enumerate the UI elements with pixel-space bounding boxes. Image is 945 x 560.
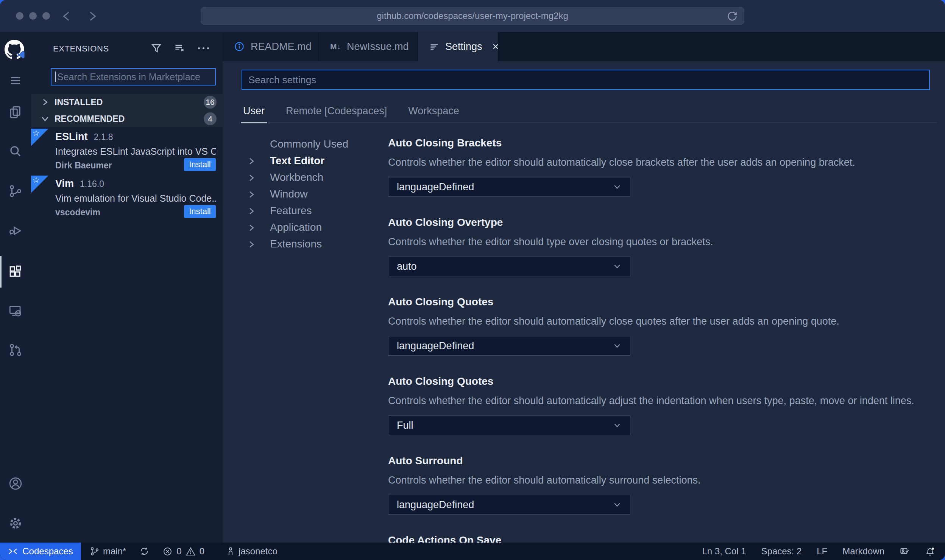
- extension-name: Vim1.16.0: [55, 178, 104, 190]
- close-icon[interactable]: [491, 42, 501, 51]
- dropdown-value: languageDefined: [397, 499, 474, 511]
- activity-bar: [0, 32, 31, 543]
- setting-dropdown[interactable]: auto: [388, 257, 630, 276]
- chevron-down-icon: [613, 421, 622, 430]
- tree-item-features[interactable]: Features: [223, 202, 385, 219]
- settings-tree: Commonly Used Text Editor Workbench Wind…: [223, 136, 385, 252]
- settings-gear-icon[interactable]: [7, 515, 24, 532]
- vscode-logo: [15, 50, 27, 61]
- explorer-icon[interactable]: [7, 104, 24, 120]
- remote-explorer-icon[interactable]: [7, 303, 24, 319]
- extensions-icon[interactable]: [7, 263, 24, 280]
- tree-item-extensions[interactable]: Extensions: [223, 236, 385, 252]
- user-status[interactable]: jasonetco: [226, 546, 278, 557]
- search-icon[interactable]: [7, 143, 24, 160]
- extension-list-item[interactable]: ☆ ESLint2.1.8 Integrates ESLint JavaScri…: [31, 129, 223, 176]
- reload-icon[interactable]: [727, 11, 738, 22]
- forward-icon[interactable]: [86, 10, 98, 23]
- language-mode[interactable]: Markdown: [842, 546, 884, 557]
- source-control-icon[interactable]: [7, 183, 24, 199]
- back-icon[interactable]: [61, 10, 73, 23]
- chevron-right-icon: [246, 156, 256, 166]
- tab-newissue[interactable]: M↓ NewIssue.md: [319, 32, 418, 61]
- account-icon[interactable]: [7, 475, 24, 492]
- setting-description: Controls whether the editor should autom…: [388, 156, 930, 169]
- branch-icon: [89, 546, 100, 557]
- star-icon: ☆: [33, 129, 40, 138]
- problems-status[interactable]: 0 0: [162, 546, 204, 557]
- chevron-down-icon: [613, 341, 622, 350]
- indentation[interactable]: Spaces: 2: [761, 546, 802, 557]
- window-close-button[interactable]: [16, 12, 23, 20]
- scope-tab-workspace[interactable]: Workspace: [407, 100, 461, 122]
- extension-version: 1.16.0: [80, 179, 104, 189]
- settings-scope-tabs: User Remote [Codespaces] Workspace: [242, 100, 937, 123]
- url-text: github.com/codespaces/user-my-project-mg…: [377, 11, 568, 21]
- chevron-right-icon: [246, 206, 256, 216]
- setting-entry: Code Actions On Save: [388, 534, 930, 543]
- warning-count: 0: [200, 546, 204, 557]
- feedback-icon[interactable]: [900, 546, 910, 557]
- extension-list-item[interactable]: ☆ Vim1.16.0 Vim emulation for Visual Stu…: [31, 176, 223, 222]
- window-maximize-button[interactable]: [42, 12, 50, 20]
- setting-dropdown[interactable]: languageDefined: [388, 177, 630, 197]
- tree-item-window[interactable]: Window: [223, 186, 385, 202]
- extensions-search-box[interactable]: [51, 68, 216, 86]
- scope-tab-remote[interactable]: Remote [Codespaces]: [284, 100, 388, 122]
- filter-icon[interactable]: [150, 42, 163, 54]
- count-badge: 16: [204, 96, 217, 109]
- chevron-right-icon: [246, 240, 256, 249]
- tab-label: README.md: [251, 41, 312, 53]
- scope-tab-user[interactable]: User: [242, 100, 266, 122]
- tab-readme[interactable]: README.md: [223, 32, 319, 61]
- notifications-bell-icon[interactable]: [925, 546, 935, 557]
- chevron-down-icon: [613, 500, 622, 509]
- section-installed[interactable]: INSTALLED 16: [31, 94, 223, 110]
- remote-indicator[interactable]: Codespaces: [0, 543, 81, 560]
- pull-requests-icon[interactable]: [7, 342, 24, 358]
- settings-search-box[interactable]: [242, 70, 930, 90]
- dropdown-value: auto: [397, 261, 417, 272]
- branch-status[interactable]: main*: [89, 546, 126, 557]
- extension-author: vscodevim: [55, 207, 100, 218]
- sync-button[interactable]: [139, 546, 150, 557]
- chevron-right-icon: [40, 97, 50, 107]
- editor-group: README.md M↓ NewIssue.md Settings User: [223, 32, 945, 543]
- section-recommended[interactable]: RECOMMENDED 4: [31, 110, 223, 127]
- tree-item-commonly-used[interactable]: Commonly Used: [223, 136, 385, 152]
- cursor-position[interactable]: Ln 3, Col 1: [702, 546, 746, 557]
- setting-title: Auto Surround: [388, 454, 930, 468]
- setting-dropdown[interactable]: languageDefined: [388, 336, 630, 356]
- setting-dropdown[interactable]: Full: [388, 415, 630, 435]
- setting-title: Code Actions On Save: [388, 534, 930, 543]
- clear-extensions-icon[interactable]: [173, 42, 186, 54]
- setting-title: Auto Closing Brackets: [388, 136, 930, 150]
- setting-dropdown[interactable]: languageDefined: [388, 495, 630, 515]
- tab-label: NewIssue.md: [347, 41, 409, 53]
- dropdown-value: languageDefined: [397, 181, 474, 193]
- section-label: INSTALLED: [55, 94, 103, 110]
- tree-item-text-editor[interactable]: Text Editor: [223, 152, 385, 169]
- menu-icon[interactable]: [7, 72, 24, 89]
- setting-title: Auto Closing Quotes: [388, 295, 930, 309]
- dropdown-value: Full: [397, 420, 413, 431]
- more-actions-icon[interactable]: [197, 42, 210, 54]
- sync-icon: [139, 546, 150, 557]
- status-bar: Codespaces main* 0 0 jasonetco Ln 3, Col…: [0, 543, 945, 560]
- settings-search-input[interactable]: [242, 70, 929, 89]
- tree-item-application[interactable]: Application: [223, 219, 385, 236]
- settings-list-icon: [429, 42, 439, 51]
- tab-label: Settings: [445, 41, 482, 53]
- eol-sequence[interactable]: LF: [817, 546, 827, 557]
- extensions-search-input[interactable]: [56, 69, 215, 85]
- address-bar[interactable]: github.com/codespaces/user-my-project-mg…: [201, 7, 744, 25]
- chevron-right-icon: [246, 190, 256, 199]
- install-button[interactable]: Install: [184, 158, 216, 171]
- tab-settings[interactable]: Settings: [418, 32, 498, 61]
- tree-item-workbench[interactable]: Workbench: [223, 169, 385, 186]
- window-minimize-button[interactable]: [29, 12, 37, 20]
- install-button[interactable]: Install: [184, 205, 216, 218]
- chevron-down-icon: [613, 262, 622, 271]
- run-debug-icon[interactable]: [7, 222, 24, 239]
- panel-title: EXTENSIONS: [53, 44, 109, 54]
